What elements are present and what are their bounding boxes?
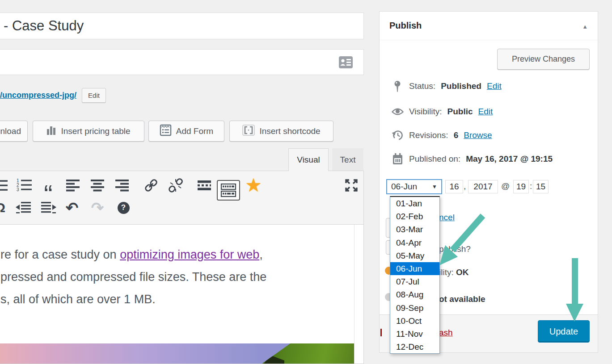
- hour-input[interactable]: [513, 180, 529, 193]
- post-title-input[interactable]: [0, 13, 364, 39]
- month-option[interactable]: 03-Mar: [390, 223, 439, 236]
- toolbar-toggle-button[interactable]: [217, 180, 240, 201]
- visibility-row: Visibility: Public Edit: [391, 105, 493, 118]
- month-option[interactable]: 05-May: [390, 249, 439, 262]
- day-input[interactable]: [445, 180, 463, 193]
- month-option[interactable]: 01-Jan: [390, 197, 439, 210]
- photo-rock: [264, 355, 284, 364]
- update-button[interactable]: Update: [538, 320, 590, 343]
- add-download-label: nload: [0, 126, 21, 136]
- eye-icon: [391, 108, 404, 116]
- month-dropdown-list: 01-Jan 02-Feb 03-Mar 04-Apr 05-May 06-Ju…: [390, 196, 440, 354]
- favorite-star-icon[interactable]: ★: [243, 177, 264, 193]
- month-option[interactable]: 02-Feb: [390, 210, 439, 223]
- publish-question-text-partial: publish?: [439, 244, 471, 254]
- move-to-trash-link-partial[interactable]: ash: [439, 328, 453, 338]
- revisions-label: Revisions:: [409, 130, 448, 140]
- body-content-link[interactable]: optimizing images for web: [120, 248, 259, 261]
- date-colon: :: [530, 181, 532, 191]
- date-at-sign: @: [501, 181, 510, 191]
- tab-visual[interactable]: Visual: [288, 148, 329, 171]
- chevron-down-icon: ▼: [432, 184, 437, 190]
- tab-text[interactable]: Text: [332, 148, 363, 171]
- publish-header-divider: [380, 40, 598, 40]
- more-tag-icon[interactable]: [196, 177, 213, 193]
- body-line-1: re for a case study on optimizing images…: [0, 243, 266, 266]
- align-left-icon[interactable]: [64, 177, 81, 193]
- visibility-label: Visibility:: [409, 107, 442, 117]
- editor-content-area[interactable]: re for a case study on optimizing images…: [0, 225, 364, 364]
- month-option[interactable]: 08-Aug: [390, 288, 439, 301]
- readability-value: OK: [456, 268, 469, 277]
- insert-pricing-table-label: Insert pricing table: [61, 126, 130, 136]
- permalink-row: /uncompressed-jpg/ Edit: [0, 88, 106, 103]
- help-icon[interactable]: ?: [115, 200, 132, 216]
- indent-icon[interactable]: [40, 200, 57, 216]
- visibility-edit-link[interactable]: Edit: [478, 107, 493, 117]
- status-row: Status: Published Edit: [391, 79, 502, 93]
- tab-text-label: Text: [340, 155, 356, 165]
- collapse-triangle-icon[interactable]: ▲: [582, 23, 588, 30]
- month-option[interactable]: 09-Sep: [390, 301, 439, 314]
- toolbar-toggle-icon: [220, 183, 236, 197]
- readability-status-partial: ility: OK: [439, 268, 469, 277]
- content-gutter-divider: [354, 225, 355, 364]
- secondary-title-input[interactable]: [0, 49, 364, 75]
- month-option[interactable]: 11-Nov: [390, 327, 439, 340]
- month-option[interactable]: 07-Jul: [390, 275, 439, 288]
- pin-icon: [391, 80, 404, 92]
- visibility-value: Public: [447, 107, 473, 117]
- unlink-icon[interactable]: [167, 177, 184, 193]
- contact-card-icon: [339, 56, 353, 70]
- body-line-3: s, all of which are over 1 MB.: [0, 288, 266, 310]
- blockquote-icon[interactable]: “: [40, 177, 57, 193]
- svg-text:3: 3: [17, 187, 19, 192]
- month-select-value: 06-Jun: [391, 182, 417, 192]
- undo-icon[interactable]: ↶: [63, 200, 80, 216]
- date-comma: ,: [464, 181, 466, 191]
- form-icon: [160, 124, 172, 138]
- landscape-photo: [0, 343, 354, 364]
- body-line1-pre: re for a case study on: [0, 248, 120, 261]
- permalink-edit-button[interactable]: Edit: [82, 88, 106, 103]
- publish-panel: Publish ▲ Preview Changes Status: Publis…: [379, 11, 598, 353]
- year-input[interactable]: [468, 180, 498, 193]
- published-on-value: May 16, 2017 @ 19:15: [466, 154, 553, 164]
- insert-pricing-table-button[interactable]: Insert pricing table: [33, 121, 144, 142]
- align-right-icon[interactable]: [114, 177, 131, 193]
- redo-icon[interactable]: ↷: [89, 200, 106, 216]
- tab-visual-label: Visual: [297, 155, 320, 165]
- bullet-list-icon[interactable]: [0, 177, 8, 193]
- link-icon[interactable]: [143, 177, 160, 193]
- cancel-link-partial[interactable]: ncel: [439, 213, 455, 222]
- month-option[interactable]: 10-Oct: [390, 314, 439, 327]
- preview-changes-button[interactable]: Preview Changes: [497, 49, 590, 70]
- month-select[interactable]: 06-Jun ▼: [386, 179, 442, 194]
- add-download-button[interactable]: nload: [0, 121, 28, 142]
- add-form-button[interactable]: Add Form: [148, 121, 224, 142]
- status-edit-link[interactable]: Edit: [487, 81, 502, 91]
- status-label: Status:: [409, 81, 435, 91]
- outdent-icon[interactable]: [15, 200, 32, 216]
- status-value: Published: [441, 81, 481, 91]
- move-to-trash-text-sliver: [380, 329, 382, 336]
- revisions-browse-link[interactable]: Browse: [464, 130, 492, 140]
- fullscreen-icon[interactable]: [343, 177, 360, 193]
- published-on-label: Published on:: [409, 154, 460, 164]
- minute-input[interactable]: [533, 180, 549, 193]
- shortcode-brackets-icon: [242, 125, 255, 138]
- month-option-selected[interactable]: 06-Jun: [390, 262, 439, 275]
- seo-status-partial: ot available: [439, 294, 485, 304]
- published-on-row: Published on: May 16, 2017 @ 19:15: [391, 152, 553, 166]
- revisions-value: 6: [454, 130, 459, 140]
- add-form-label: Add Form: [176, 126, 213, 136]
- revisions-row: Revisions: 6 Browse: [391, 129, 492, 142]
- readability-label: ility:: [439, 268, 454, 277]
- insert-shortcode-button[interactable]: Insert shortcode: [229, 121, 333, 142]
- month-option[interactable]: 04-Apr: [390, 236, 439, 249]
- align-center-icon[interactable]: [89, 177, 106, 193]
- permalink-link[interactable]: /uncompressed-jpg/: [0, 91, 76, 100]
- month-option[interactable]: 12-Dec: [390, 340, 439, 353]
- numbered-list-icon[interactable]: 1 2 3: [16, 177, 33, 193]
- special-char-icon[interactable]: Ω: [0, 200, 8, 216]
